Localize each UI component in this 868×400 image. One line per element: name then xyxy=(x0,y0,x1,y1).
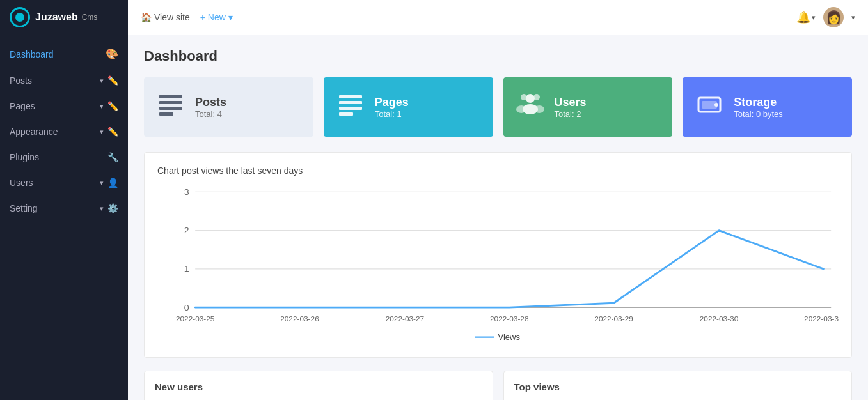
stat-card-pages: Pages Total: 1 xyxy=(324,77,493,137)
svg-rect-2 xyxy=(159,107,182,110)
plugins-icon: 🔧 xyxy=(107,152,118,162)
appearance-arrow-icon: ▾ xyxy=(100,128,104,136)
main-area: 🏠 View site + New ▾ 🔔 ▾ 👩 ▾ Dashboard xyxy=(128,0,868,400)
stat-card-storage: Storage Total: 0 bytes xyxy=(683,77,852,137)
svg-point-13 xyxy=(516,105,526,113)
appearance-edit-icon: ✏️ xyxy=(107,127,118,137)
posts-stat-title: Posts xyxy=(195,96,226,109)
topbar: 🏠 View site + New ▾ 🔔 ▾ 👩 ▾ xyxy=(128,0,868,35)
svg-point-14 xyxy=(534,105,544,113)
new-users-title: New users xyxy=(155,381,482,392)
storage-stat-title: Storage xyxy=(734,96,783,109)
stat-card-posts: Posts Total: 4 xyxy=(144,77,313,137)
pages-stat-sub: Total: 1 xyxy=(375,109,409,119)
top-views-card: Top views xyxy=(503,371,853,400)
svg-point-11 xyxy=(533,94,540,100)
logo-area: Juzaweb Cms xyxy=(0,0,128,35)
bell-arrow-icon: ▾ xyxy=(812,13,816,22)
svg-text:2022-03-25: 2022-03-25 xyxy=(176,314,215,323)
svg-text:2022-03-28: 2022-03-28 xyxy=(490,314,529,323)
chart-svg: 3 2 1 0 xyxy=(157,185,839,344)
storage-stat-icon xyxy=(695,90,723,124)
avatar-arrow-icon: ▾ xyxy=(851,13,855,22)
page-title: Dashboard xyxy=(144,48,852,65)
svg-rect-7 xyxy=(339,107,362,110)
new-arrow-icon: ▾ xyxy=(228,12,233,22)
cms-label: Cms xyxy=(82,13,98,22)
posts-arrow-icon: ▾ xyxy=(100,77,104,85)
sidebar-item-users[interactable]: Users ▾ 👤 xyxy=(0,170,128,196)
new-users-card: New users xyxy=(144,371,493,400)
pages-edit-icon: ✏️ xyxy=(107,101,118,111)
users-stat-sub: Total: 2 xyxy=(555,109,587,119)
stat-card-users: Users Total: 2 xyxy=(503,77,673,137)
chart-title: Chart post views the last seven days xyxy=(157,165,839,176)
pages-arrow-icon: ▾ xyxy=(100,102,104,111)
stat-cards: Posts Total: 4 Pages Total: 1 xyxy=(144,77,852,137)
posts-stat-info: Posts Total: 4 xyxy=(195,96,226,119)
users-stat-icon xyxy=(516,90,544,124)
avatar-image: 👩 xyxy=(826,10,842,25)
svg-text:2022-03-27: 2022-03-27 xyxy=(386,314,425,323)
notifications-button[interactable]: 🔔 ▾ xyxy=(796,10,816,24)
posts-stat-icon xyxy=(157,90,185,124)
svg-text:2022-03-26: 2022-03-26 xyxy=(280,314,319,323)
user-avatar[interactable]: 👩 xyxy=(823,7,844,27)
top-views-title: Top views xyxy=(514,381,842,392)
svg-rect-4 xyxy=(159,95,164,98)
svg-text:2022-03-31: 2022-03-31 xyxy=(804,314,839,323)
svg-text:3: 3 xyxy=(184,187,189,197)
svg-point-9 xyxy=(526,94,535,103)
content-area: Dashboard Posts Total: 4 xyxy=(128,35,868,400)
svg-rect-1 xyxy=(159,101,182,104)
svg-rect-6 xyxy=(339,101,362,104)
sidebar: Juzaweb Cms Dashboard 🎨 Posts ▾ ✏️ Pages… xyxy=(0,0,128,400)
pages-stat-info: Pages Total: 1 xyxy=(375,96,409,119)
svg-text:2022-03-29: 2022-03-29 xyxy=(594,314,633,323)
dashboard-icon: 🎨 xyxy=(106,48,118,60)
svg-text:1: 1 xyxy=(184,264,189,274)
chart-container: 3 2 1 0 xyxy=(157,185,839,344)
topbar-right: 🔔 ▾ 👩 ▾ xyxy=(796,7,855,27)
sidebar-item-appearance[interactable]: Appearance ▾ ✏️ xyxy=(0,119,128,144)
chart-section: Chart post views the last seven days 3 2… xyxy=(144,152,852,358)
sidebar-item-setting[interactable]: Setting ▾ ⚙️ xyxy=(0,196,128,221)
svg-rect-8 xyxy=(339,112,353,116)
setting-gear-icon: ⚙️ xyxy=(107,203,118,213)
storage-stat-info: Storage Total: 0 bytes xyxy=(734,96,783,119)
setting-arrow-icon: ▾ xyxy=(100,204,104,213)
app-name: Juzaweb xyxy=(35,12,78,23)
posts-stat-sub: Total: 4 xyxy=(195,109,226,119)
svg-text:0: 0 xyxy=(184,302,189,312)
svg-point-10 xyxy=(521,94,527,100)
svg-rect-3 xyxy=(159,112,173,116)
home-icon: 🏠 xyxy=(141,12,152,22)
svg-text:2022-03-30: 2022-03-30 xyxy=(700,314,739,323)
svg-point-17 xyxy=(714,103,718,107)
logo-icon xyxy=(10,7,30,27)
pages-stat-title: Pages xyxy=(375,96,409,109)
posts-edit-icon: ✏️ xyxy=(107,75,118,86)
sidebar-nav: Dashboard 🎨 Posts ▾ ✏️ Pages ▾ ✏️ Appear… xyxy=(0,35,128,400)
sidebar-item-posts[interactable]: Posts ▾ ✏️ xyxy=(0,68,128,93)
view-site-link[interactable]: 🏠 View site xyxy=(141,12,190,22)
svg-rect-5 xyxy=(339,95,362,98)
users-arrow-icon: ▾ xyxy=(100,179,104,187)
sidebar-item-pages[interactable]: Pages ▾ ✏️ xyxy=(0,93,128,119)
users-icon: 👤 xyxy=(107,178,118,188)
bottom-sections: New users Top views xyxy=(144,371,852,400)
topbar-left: 🏠 View site + New ▾ xyxy=(141,12,233,22)
storage-stat-sub: Total: 0 bytes xyxy=(734,109,783,119)
sidebar-item-dashboard[interactable]: Dashboard 🎨 xyxy=(0,40,128,68)
bell-icon: 🔔 xyxy=(796,10,810,24)
pages-stat-icon xyxy=(336,90,365,124)
svg-text:Views: Views xyxy=(498,332,520,342)
users-stat-title: Users xyxy=(555,96,587,109)
sidebar-item-plugins[interactable]: Plugins 🔧 xyxy=(0,144,128,170)
users-stat-info: Users Total: 2 xyxy=(555,96,587,119)
new-button[interactable]: + New ▾ xyxy=(200,12,233,22)
svg-text:2: 2 xyxy=(184,225,189,235)
